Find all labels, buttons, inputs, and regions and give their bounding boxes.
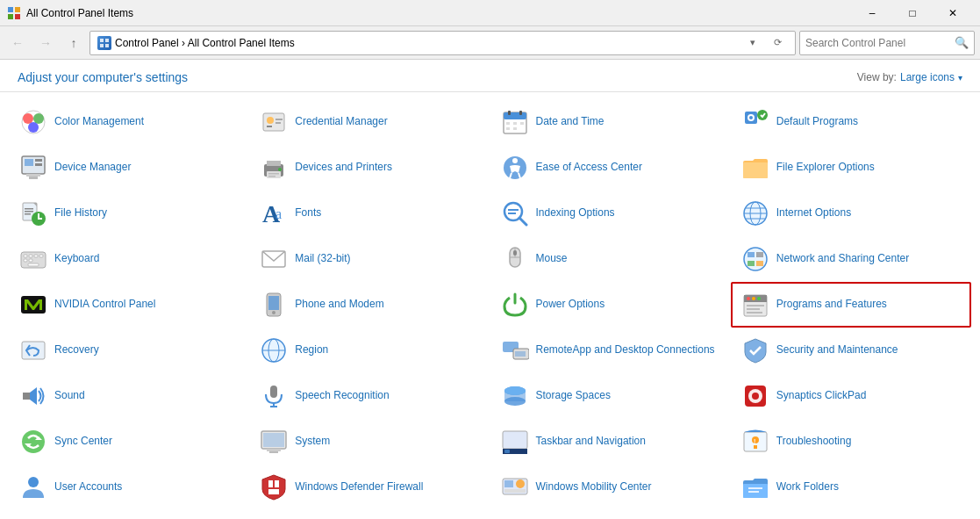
cp-item-windows-mobility[interactable]: Windows Mobility Center	[490, 465, 731, 510]
viewby-label: View by:	[857, 71, 897, 83]
svg-point-105	[504, 397, 526, 406]
cp-item-synaptics[interactable]: Synaptics ClickPad	[731, 373, 971, 419]
mouse-icon	[501, 245, 529, 273]
file-hist-icon	[19, 199, 47, 227]
svg-point-82	[272, 311, 275, 314]
svg-point-13	[267, 117, 274, 124]
cp-label-speech-recognition: Speech Recognition	[295, 389, 389, 403]
network-icon	[741, 245, 769, 273]
cp-item-mail[interactable]: Mail (32-bit)	[249, 236, 490, 282]
cp-item-recovery[interactable]: Recovery	[9, 328, 249, 373]
cp-item-keyboard[interactable]: Keyboard	[9, 236, 249, 282]
cp-label-windows-mobility: Windows Mobility Center	[536, 480, 652, 494]
svg-rect-78	[756, 261, 763, 266]
cp-item-programs-features[interactable]: Programs and Features	[731, 282, 971, 328]
svg-point-43	[512, 158, 518, 163]
titlebar-controls: – □ ✕	[852, 0, 973, 26]
mail-icon	[260, 245, 288, 273]
cp-item-power-options[interactable]: Power Options	[490, 282, 731, 328]
cp-label-date-time: Date and Time	[536, 115, 604, 129]
cp-item-date-time[interactable]: Date and Time	[490, 99, 731, 145]
viewby-control[interactable]: View by: Large icons ▾	[857, 71, 962, 83]
svg-point-124	[28, 477, 39, 487]
cp-item-sync-center[interactable]: Sync Center	[9, 419, 249, 465]
cp-item-phone-modem[interactable]: Phone and Modem	[249, 282, 490, 328]
cp-item-windows-defender[interactable]: Windows Defender Firewall	[249, 465, 490, 510]
cp-item-troubleshooting[interactable]: !Troubleshooting	[731, 419, 971, 465]
cp-item-ease-of-access[interactable]: Ease of Access Center	[490, 145, 731, 191]
cp-label-fonts: Fonts	[295, 206, 321, 220]
refresh-button[interactable]: ⟳	[767, 32, 788, 54]
cp-item-color-management[interactable]: Color Management	[9, 99, 249, 145]
svg-rect-46	[25, 208, 33, 210]
up-button[interactable]: ↑	[61, 31, 86, 55]
viewby-value[interactable]: Large icons	[900, 71, 955, 83]
cp-item-storage-spaces[interactable]: Storage Spaces	[490, 373, 731, 419]
cp-item-remoteapp[interactable]: RemoteApp and Desktop Connections	[490, 328, 731, 373]
viewby-arrow[interactable]: ▾	[958, 73, 962, 83]
folder-opt-icon	[741, 154, 769, 182]
cp-item-internet-options[interactable]: Internet Options	[731, 191, 971, 236]
close-button[interactable]: ✕	[933, 0, 973, 26]
cp-item-file-history[interactable]: File History	[9, 191, 249, 236]
maximize-button[interactable]: □	[892, 0, 933, 26]
cp-item-file-explorer-options[interactable]: File Explorer Options	[731, 145, 971, 191]
taskbar-icon	[501, 428, 529, 456]
cp-label-mail: Mail (32-bit)	[295, 252, 350, 266]
svg-rect-4	[100, 39, 104, 42]
svg-rect-126	[275, 480, 279, 487]
svg-point-10	[33, 113, 44, 124]
svg-rect-40	[268, 176, 275, 177]
cp-item-mouse[interactable]: Mouse	[490, 236, 731, 282]
svg-rect-66	[24, 259, 27, 262]
cp-item-network-sharing[interactable]: Network and Sharing Center	[731, 236, 971, 282]
cp-label-color-management: Color Management	[54, 115, 144, 129]
address-dropdown-button[interactable]: ▾	[742, 32, 763, 54]
cp-item-user-accounts[interactable]: User Accounts	[9, 465, 249, 510]
cp-item-taskbar-nav[interactable]: Taskbar and Navigation	[490, 419, 731, 465]
search-icon-button[interactable]: 🔍	[955, 36, 969, 49]
svg-rect-125	[268, 480, 273, 487]
cp-item-indexing-options[interactable]: Indexing Options	[490, 191, 731, 236]
cp-item-default-programs[interactable]: Default Programs	[731, 99, 971, 145]
svg-rect-100	[270, 386, 277, 398]
address-box[interactable]: Control Panel › All Control Panel Items …	[89, 31, 796, 55]
security-icon	[741, 336, 769, 364]
address-breadcrumb: Control Panel › All Control Panel Items	[115, 37, 739, 49]
cp-label-windows-defender: Windows Defender Firewall	[295, 480, 423, 494]
cp-label-devices-printers: Devices and Printers	[295, 161, 392, 175]
cp-item-security-maintenance[interactable]: Security and Maintenance	[731, 328, 971, 373]
svg-rect-39	[268, 173, 279, 175]
speech-icon	[260, 382, 288, 410]
search-input[interactable]	[805, 37, 955, 49]
synaptics-icon	[741, 382, 769, 410]
cp-item-fonts[interactable]: AaFonts	[249, 191, 490, 236]
svg-point-28	[749, 116, 753, 119]
cp-item-speech-recognition[interactable]: Speech Recognition	[249, 373, 490, 419]
sync-icon	[19, 428, 47, 456]
svg-text:a: a	[275, 206, 282, 221]
cp-item-nvidia-cp[interactable]: NVIDIA Control Panel	[9, 282, 249, 328]
svg-rect-117	[503, 431, 527, 449]
svg-rect-89	[747, 308, 760, 310]
svg-rect-32	[35, 159, 42, 162]
internet-icon	[741, 199, 769, 227]
cp-item-sound[interactable]: Sound	[9, 373, 249, 419]
search-box[interactable]: 🔍	[799, 31, 975, 55]
forward-button[interactable]: →	[33, 31, 58, 55]
cp-item-devices-printers[interactable]: Devices and Printers	[249, 145, 490, 191]
back-button[interactable]: ←	[5, 31, 30, 55]
datetime-icon	[501, 108, 529, 136]
svg-rect-48	[25, 213, 31, 215]
cp-item-system[interactable]: System	[249, 419, 490, 465]
minimize-button[interactable]: –	[852, 0, 892, 26]
cp-item-credential-manager[interactable]: Credential Manager	[249, 99, 490, 145]
svg-rect-37	[267, 161, 281, 166]
cp-item-device-manager[interactable]: Device Manager	[9, 145, 249, 191]
cp-item-work-folders[interactable]: Work Folders	[731, 465, 971, 510]
cp-item-region[interactable]: Region	[249, 328, 490, 373]
svg-rect-65	[39, 255, 43, 257]
region-icon	[260, 336, 288, 364]
cp-label-synaptics: Synaptics ClickPad	[776, 389, 867, 403]
svg-rect-35	[26, 174, 40, 177]
